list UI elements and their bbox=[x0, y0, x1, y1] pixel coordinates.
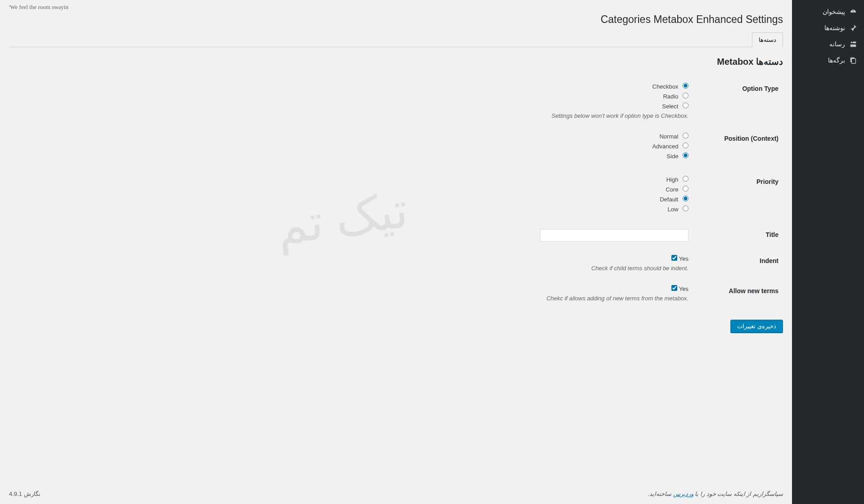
option-type-description: Settings below won't work if option type… bbox=[14, 112, 688, 119]
radio-side[interactable] bbox=[683, 152, 688, 158]
option-type-radio[interactable]: Radio bbox=[14, 93, 688, 100]
radio-radio[interactable] bbox=[683, 93, 688, 98]
priority-low[interactable]: Low bbox=[14, 205, 688, 213]
label-allow-new: Allow new terms bbox=[693, 278, 783, 308]
option-type-select[interactable]: Select bbox=[14, 103, 688, 110]
sidebar-item-label: پیشخوان bbox=[823, 8, 845, 15]
label-indent: Indent bbox=[693, 248, 783, 278]
radio-low[interactable] bbox=[683, 205, 688, 211]
svg-rect-4 bbox=[851, 58, 855, 63]
tabs: دسته‌ها bbox=[9, 32, 783, 47]
radio-advanced[interactable] bbox=[683, 143, 688, 148]
svg-rect-1 bbox=[853, 42, 856, 44]
radio-select[interactable] bbox=[683, 103, 688, 108]
allow-new-description: Chekc if allows adding of new terms from… bbox=[14, 295, 688, 302]
svg-rect-2 bbox=[850, 45, 856, 47]
priority-core[interactable]: Core bbox=[14, 186, 688, 193]
sidebar-item-label: نوشته‌ها bbox=[824, 24, 845, 31]
pin-icon bbox=[849, 23, 858, 32]
radio-core[interactable] bbox=[683, 186, 688, 192]
option-type-checkbox[interactable]: Checkbox bbox=[14, 83, 688, 90]
label-title: Title bbox=[693, 222, 783, 248]
position-normal[interactable]: Normal bbox=[14, 133, 688, 140]
media-icon bbox=[849, 40, 858, 49]
radio-high[interactable] bbox=[683, 176, 688, 182]
checkbox-indent[interactable] bbox=[671, 255, 677, 261]
sidebar-item-dashboard[interactable]: پیشخوان bbox=[792, 4, 864, 20]
save-button[interactable]: ذخیره‌ی تغییرات bbox=[730, 320, 783, 333]
label-priority: Priority bbox=[693, 169, 783, 222]
radio-normal[interactable] bbox=[683, 133, 688, 138]
radio-checkbox[interactable] bbox=[683, 83, 688, 89]
indent-description: Check if child terms should be indent. bbox=[14, 265, 688, 272]
checkbox-allow-new[interactable] bbox=[671, 285, 677, 291]
dashboard-icon bbox=[849, 7, 858, 16]
label-position: Position (Context) bbox=[693, 126, 783, 169]
sidebar-item-pages[interactable]: برگه‌ها bbox=[792, 52, 864, 68]
admin-sidebar: پیشخوان نوشته‌ها رسانه برگه‌ها bbox=[792, 0, 864, 344]
section-heading: دسته‌ها Metabox bbox=[9, 56, 783, 67]
sidebar-item-label: رسانه bbox=[829, 40, 845, 48]
sidebar-item-label: برگه‌ها bbox=[828, 57, 845, 64]
svg-point-0 bbox=[851, 42, 853, 44]
tab-categories[interactable]: دسته‌ها bbox=[752, 32, 783, 47]
page-icon bbox=[849, 56, 858, 65]
priority-high[interactable]: High bbox=[14, 176, 688, 183]
sidebar-item-posts[interactable]: نوشته‌ها bbox=[792, 20, 864, 36]
label-option-type: Option Type bbox=[693, 76, 783, 126]
indent-yes[interactable]: Yes bbox=[669, 255, 688, 262]
sidebar-item-media[interactable]: رسانه bbox=[792, 36, 864, 52]
page-title: Categories Metabox Enhanced Settings bbox=[9, 13, 783, 26]
priority-default[interactable]: Default bbox=[14, 196, 688, 203]
radio-default[interactable] bbox=[683, 196, 688, 201]
position-side[interactable]: Side bbox=[14, 152, 688, 160]
position-advanced[interactable]: Advanced bbox=[14, 143, 688, 150]
allow-new-yes[interactable]: Yes bbox=[669, 285, 688, 292]
title-input[interactable] bbox=[540, 229, 688, 241]
